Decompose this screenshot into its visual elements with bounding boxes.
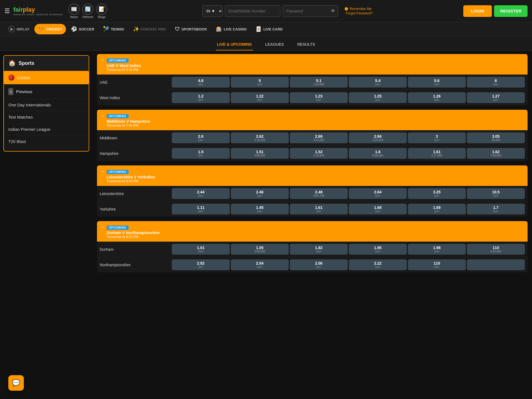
odd-btn-1-1-1[interactable]: 1.51 3,86,950 — [231, 148, 289, 159]
odd-btn-3-1-3[interactable]: 2.22 1cr+ — [349, 259, 407, 270]
odd-btn-0-1-1[interactable]: 1.22 1cr+ — [231, 92, 289, 103]
sidebar-item-cricket[interactable]: Cricket — [4, 71, 89, 85]
odd-btn-1-1-5[interactable]: 1.62 7,00,850 — [467, 148, 525, 159]
nav-tennis[interactable]: 🎾 TENNIS — [99, 24, 128, 34]
odd-btn-2-1-0[interactable]: 1.11 1cr+ — [172, 204, 230, 214]
collapse-button[interactable]: − — [101, 57, 104, 63]
content-area: − UPCOMING UAE V West Indies Tomorrow At… — [93, 51, 532, 394]
odds-grid: 2.6 1cr+ 2.62 5,18,100 2.66 3,42,050 2.9… — [172, 132, 525, 143]
sidebar-item-test[interactable]: Test Matches — [4, 111, 89, 123]
nav-soccer[interactable]: ⚽ SOCCER — [67, 24, 98, 34]
main-layout: 🏠 Sports Cricket ‹ Previous One Day Inte… — [0, 51, 532, 394]
register-button[interactable]: REGISTER — [494, 5, 528, 17]
odd-btn-2-1-2[interactable]: 1.61 1cr+ — [290, 204, 348, 214]
odd-btn-3-1-5[interactable] — [467, 259, 525, 270]
odd-btn-3-0-1[interactable]: 1.05 5,68,500 — [231, 244, 289, 255]
team-name: West Indies — [100, 96, 172, 100]
tab-leagues[interactable]: LEAGUES — [264, 40, 285, 50]
collapse-button[interactable]: − — [101, 169, 104, 175]
sportsbook-icon: 🛡 — [175, 26, 180, 32]
odd-btn-2-1-1[interactable]: 1.45 1cr+ — [231, 204, 289, 214]
remember-circle-icon — [345, 7, 348, 11]
country-select[interactable]: IN ▼ — [202, 5, 223, 17]
forgot-password-link[interactable]: Forgot Password? — [346, 11, 373, 15]
news-button[interactable]: 📰 News — [68, 4, 80, 19]
collapse-button[interactable]: − — [101, 113, 104, 119]
odd-btn-1-1-3[interactable]: 1.6 5,68,650 — [349, 148, 407, 159]
blogs-button[interactable]: 📝 Blogs — [96, 4, 107, 19]
odd-btn-2-0-0[interactable]: 2.44 1cr+ — [172, 188, 230, 199]
odd-btn-0-0-3[interactable]: 5.4 1cr+ — [349, 77, 407, 88]
odd-btn-1-0-0[interactable]: 2.6 1cr+ — [172, 132, 230, 143]
odd-btn-1-0-5[interactable]: 3.05 96,050 — [467, 132, 525, 143]
sidebar-item-previous[interactable]: ‹ Previous — [4, 85, 89, 99]
odd-btn-0-0-5[interactable]: 6 1cr+ — [467, 77, 525, 88]
logo-text: fairplay — [13, 6, 35, 13]
team-row: Northamptonshire 2.02 1cr+ 2.04 1cr+ 2.0… — [97, 257, 528, 272]
match-title-block: UPCOMING Leicestershire V Yorkshire Tomo… — [107, 169, 155, 183]
nav-cricket[interactable]: 🏏 CRICKET — [34, 24, 66, 34]
sidebar-item-t20blast[interactable]: T20 Blast — [4, 135, 89, 148]
odd-btn-0-0-2[interactable]: 5.1 1,84,800 — [290, 77, 348, 88]
odd-btn-2-0-2[interactable]: 2.48 4,65,700 — [290, 188, 348, 199]
odd-btn-3-0-3[interactable]: 1.95 1cr+ — [349, 244, 407, 255]
odd-btn-3-1-1[interactable]: 2.04 1cr+ — [231, 259, 289, 270]
match-title: UAE V West Indies — [107, 63, 141, 68]
eye-icon[interactable]: 👁 — [331, 9, 335, 14]
odd-btn-0-0-0[interactable]: 4.8 1cr+ — [172, 77, 230, 88]
odd-btn-3-0-0[interactable]: 1.01 1cr+ — [172, 244, 230, 255]
odd-btn-3-1-0[interactable]: 2.02 1cr+ — [172, 259, 230, 270]
odd-btn-2-0-3[interactable]: 2.64 1cr+ — [349, 188, 407, 199]
livecasino-icon: 🎰 — [216, 26, 222, 32]
tab-results[interactable]: RESULTS — [296, 40, 316, 50]
refresh-button[interactable]: 🔄 Refresh — [82, 4, 93, 19]
odd-btn-0-1-5[interactable]: 1.27 1cr+ — [467, 92, 525, 103]
odd-btn-2-1-4[interactable]: 1.69 1cr+ — [408, 204, 466, 214]
email-input[interactable] — [225, 5, 280, 17]
sidebar-item-ipl[interactable]: Indian Premier League — [4, 123, 89, 135]
odd-btn-2-0-1[interactable]: 2.46 1cr+ — [231, 188, 289, 199]
match-title-block: UPCOMING Middlesex V Hampshire Tomorrow … — [107, 114, 150, 127]
password-input[interactable] — [283, 5, 338, 17]
odd-btn-1-1-4[interactable]: 1.61 1,37,900 — [408, 148, 466, 159]
odd-btn-1-0-4[interactable]: 3 1cr+ — [408, 132, 466, 143]
odd-btn-3-1-2[interactable]: 2.06 1cr+ — [290, 259, 348, 270]
odd-btn-0-0-4[interactable]: 5.6 1cr+ — [408, 77, 466, 88]
back-arrow-icon: ‹ — [8, 88, 13, 95]
blogs-icon: 📝 — [96, 4, 107, 15]
test-label: Test Matches — [8, 115, 33, 119]
odd-btn-2-0-4[interactable]: 3.25 1cr+ — [408, 188, 466, 199]
odd-btn-1-0-2[interactable]: 2.66 3,42,050 — [290, 132, 348, 143]
hamburger-icon[interactable]: ☰ — [4, 7, 10, 15]
odd-btn-1-0-1[interactable]: 2.62 5,18,100 — [231, 132, 289, 143]
odd-btn-2-0-5[interactable]: 10.5 1cr+ — [467, 188, 525, 199]
nav-sportsbook[interactable]: 🛡 SPORTSBOOK — [171, 24, 211, 34]
nav-fantasy[interactable]: ✨ FANTASY PRO — [129, 24, 170, 34]
login-area: IN ▼ 👁 Remember Me Forgot Password? — [112, 5, 463, 17]
odd-btn-3-0-5[interactable]: 110 4,31,950 — [467, 244, 525, 255]
chat-button[interactable]: 💬 — [8, 375, 24, 391]
odd-btn-1-1-0[interactable]: 1.5 1cr+ — [172, 148, 230, 159]
odd-btn-3-1-4[interactable]: 110 1cr+ — [408, 259, 466, 270]
odd-btn-3-0-2[interactable]: 1.82 1cr+ — [290, 244, 348, 255]
odd-btn-1-0-3[interactable]: 2.94 3,24,250 — [349, 132, 407, 143]
odd-btn-2-1-3[interactable]: 1.68 1cr+ — [349, 204, 407, 214]
odd-btn-0-1-4[interactable]: 1.26 1cr+ — [408, 92, 466, 103]
nav-livecasino[interactable]: 🎰 LIVE CASINO — [212, 24, 250, 34]
odd-btn-1-1-2[interactable]: 1.52 2,42,800 — [290, 148, 348, 159]
collapse-button[interactable]: − — [101, 224, 104, 230]
tab-live-upcoming[interactable]: LIVE & UPCOMING — [216, 40, 253, 50]
previous-label: Previous — [16, 89, 32, 94]
login-button[interactable]: LOGIN — [463, 5, 492, 17]
nav-inplay[interactable]: ▶ INPLAY — [4, 24, 33, 35]
odd-btn-0-1-3[interactable]: 1.25 1cr+ — [349, 92, 407, 103]
sidebar-item-odi[interactable]: One Day Internationals — [4, 99, 89, 111]
team-row: Hampshire 1.5 1cr+ 1.51 3,86,950 1.52 2,… — [97, 146, 528, 161]
remember-me[interactable]: Remember Me — [345, 7, 373, 11]
odd-btn-0-1-2[interactable]: 1.23 1cr+ — [290, 92, 348, 103]
nav-livecard[interactable]: 🃏 LIVE CARD — [252, 24, 287, 34]
odd-btn-0-1-0[interactable]: 1.2 1cr+ — [172, 92, 230, 103]
odd-btn-2-1-5[interactable]: 1.7 1cr+ — [467, 204, 525, 214]
odd-btn-0-0-1[interactable]: 5 1cr+ — [231, 77, 289, 88]
odd-btn-3-0-4[interactable]: 1.98 1cr+ — [408, 244, 466, 255]
